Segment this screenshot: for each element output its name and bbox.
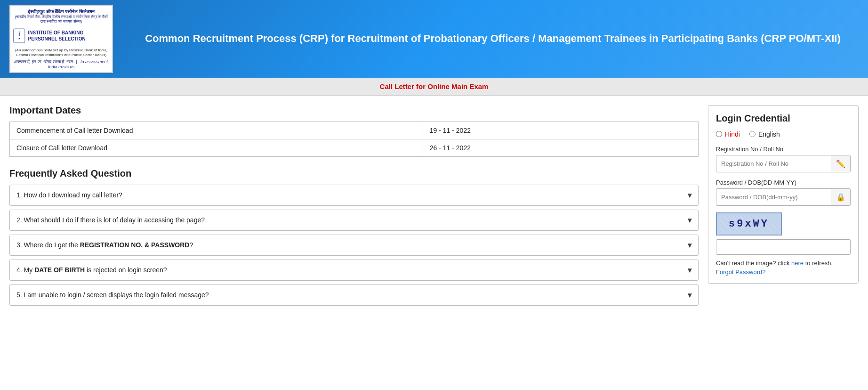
svg-text:i: i (18, 30, 20, 37)
chevron-down-icon-3: ▾ (688, 241, 691, 250)
table-row: Closure of Call letter Download 26 - 11 … (10, 139, 699, 156)
chevron-down-icon-5: ▾ (688, 291, 691, 300)
date-value-2: 26 - 11 - 2022 (423, 139, 698, 156)
chevron-down-icon-4: ▾ (688, 266, 691, 275)
logo-org-subtitle: (An autonomous body set up by Reserve Ba… (13, 48, 109, 58)
hindi-label: Hindi (725, 130, 740, 138)
date-label-1: Commencement of Call letter Download (10, 122, 423, 139)
logo-main-row: i 7 INSTITUTE OF BANKING PERSONNEL SELEC… (13, 26, 109, 45)
captcha-image: s9xWY (716, 212, 782, 236)
ibps-symbol-icon: i 7 (13, 26, 25, 45)
registration-input[interactable] (716, 156, 831, 171)
english-radio[interactable] (749, 131, 755, 137)
faq-item-2[interactable]: 2. What should I do if there is lot of d… (9, 210, 699, 231)
faq-item-1[interactable]: 1. How do I download my call letter? ▾ (9, 185, 699, 206)
password-input[interactable] (716, 190, 831, 204)
lock-icon[interactable]: 🔒 (831, 189, 850, 205)
english-label: English (758, 130, 780, 138)
faq-item-4[interactable]: 4. My DATE OF BIRTH is rejected on login… (9, 260, 699, 281)
language-selector: Hindi English (716, 130, 851, 138)
faq-question-1: 1. How do I download my call letter? (16, 191, 122, 199)
logo-tagline: आकलन में, हम पर भरोसा रखता है भारत | In … (13, 59, 109, 69)
hindi-radio[interactable] (716, 131, 722, 137)
captcha-refresh-text: Can't read the image? click here to refr… (716, 260, 851, 267)
call-letter-title: Call Letter for Online Main Exam (380, 82, 489, 90)
svg-text:7: 7 (18, 37, 20, 40)
edit-icon[interactable]: ✏️ (831, 155, 850, 172)
page-header: इंस्टीट्यूट ऑफ बैंकिंग पर्सोनेल सिलेक्शन… (0, 0, 868, 78)
left-content: Important Dates Commencement of Call let… (9, 105, 699, 309)
logo-org-name: INSTITUTE OF BANKING PERSONNEL SELECTION (28, 30, 109, 42)
reg-field-label: Registration No / Roll No (716, 146, 851, 153)
important-dates-title: Important Dates (9, 105, 699, 116)
ibps-logo: इंस्टीट्यूट ऑफ बैंकिंग पर्सोनेल सिलेक्शन… (9, 5, 113, 73)
faq-item-5[interactable]: 5. I am unable to login / screen display… (9, 284, 699, 306)
date-label-2: Closure of Call letter Download (10, 139, 423, 156)
captcha-input-wrapper (716, 239, 851, 255)
password-input-wrapper: 🔒 (716, 188, 851, 206)
faq-question-3: 3. Where do I get the REGISTRATION NO. &… (16, 241, 193, 249)
faq-question-4: 4. My DATE OF BIRTH is rejected on login… (16, 266, 167, 274)
captcha-input[interactable] (716, 240, 850, 254)
dates-table: Commencement of Call letter Download 19 … (9, 122, 699, 157)
faq-title: Frequently Asked Question (9, 168, 699, 179)
faq-item-3[interactable]: 3. Where do I get the REGISTRATION NO. &… (9, 235, 699, 256)
chevron-down-icon-1: ▾ (688, 191, 691, 200)
password-field-label: Password / DOB(DD-MM-YY) (716, 179, 851, 186)
logo-hindi-name: इंस्टीट्यूट ऑफ बैंकिंग पर्सोनेल सिलेक्शन… (13, 8, 109, 24)
main-container: Important Dates Commencement of Call let… (0, 96, 868, 319)
hindi-radio-label[interactable]: Hindi (716, 130, 740, 138)
chevron-down-icon-2: ▾ (688, 216, 691, 225)
header-title: Common Recruitment Process (CRP) for Rec… (127, 32, 859, 46)
table-row: Commencement of Call letter Download 19 … (10, 122, 699, 139)
faq-question-2: 2. What should I do if there is lot of d… (16, 216, 205, 224)
faq-section: Frequently Asked Question 1. How do I do… (9, 168, 699, 306)
captcha-refresh-link[interactable]: here (791, 260, 804, 267)
login-title: Login Credential (716, 113, 851, 124)
subheader-bar: Call Letter for Online Main Exam (0, 78, 868, 96)
english-radio-label[interactable]: English (749, 130, 780, 138)
forgot-password-link[interactable]: Forgot Password? (716, 268, 851, 276)
reg-input-wrapper: ✏️ (716, 155, 851, 172)
login-panel: Login Credential Hindi English Registrat… (708, 105, 859, 284)
faq-question-5: 5. I am unable to login / screen display… (16, 291, 209, 299)
date-value-1: 19 - 11 - 2022 (423, 122, 698, 139)
